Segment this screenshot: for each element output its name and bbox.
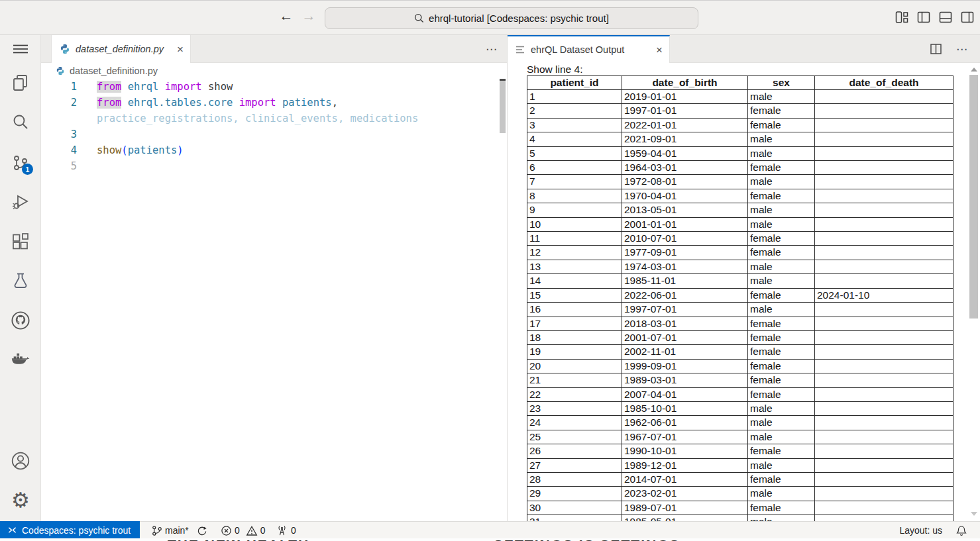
- code-line[interactable]: 4show(patients): [41, 142, 498, 158]
- table-cell: female: [748, 288, 815, 302]
- webview-scrollbar[interactable]: [969, 63, 979, 521]
- table-cell: 1970-04-01: [622, 189, 748, 203]
- split-editor-icon: [930, 44, 942, 54]
- table-cell: 1985-10-01: [622, 401, 748, 415]
- table-cell: 23: [527, 401, 622, 415]
- table-cell: male: [748, 146, 815, 160]
- column-header: sex: [748, 76, 815, 90]
- table-cell: [815, 430, 953, 444]
- toggle-primary-sidebar-icon[interactable]: [917, 11, 930, 23]
- table-row: 292023-02-01male: [527, 487, 953, 501]
- code-line[interactable]: 5: [41, 158, 498, 174]
- remote-indicator[interactable]: Codespaces: psychic trout: [0, 521, 140, 539]
- table-cell: [815, 444, 953, 458]
- scm-badge: 1: [22, 164, 33, 175]
- toggle-secondary-sidebar-icon[interactable]: [961, 11, 974, 23]
- table-cell: 2014-07-01: [622, 472, 748, 486]
- tab-ehrql-dataset-output[interactable]: ehrQL Dataset Output ×: [508, 35, 670, 63]
- tab-close-icon[interactable]: ×: [656, 44, 663, 56]
- scroll-down-arrow-icon[interactable]: [971, 512, 977, 516]
- customize-layout-icon[interactable]: [895, 11, 908, 23]
- menu-hamburger-icon[interactable]: [11, 39, 30, 59]
- table-cell: female: [748, 387, 815, 401]
- code-line[interactable]: practice_registrations, clinical_events,…: [41, 111, 498, 126]
- table-cell: 1989-07-01: [622, 501, 748, 515]
- table-cell: 1985-05-01: [622, 515, 748, 521]
- table-row: 201999-09-01female: [527, 359, 953, 373]
- code-line[interactable]: 2from ehrql.tables.core import patients,: [41, 95, 498, 111]
- table-row: 121977-09-01female: [527, 246, 953, 260]
- table-row: 172018-03-01female: [527, 317, 953, 330]
- table-row: 152022-06-01female2024-01-10: [527, 288, 953, 302]
- table-cell: 20: [527, 359, 622, 373]
- back-arrow-icon[interactable]: ←: [278, 8, 295, 24]
- problems-status-item[interactable]: 0 0: [221, 522, 266, 539]
- table-cell: [815, 161, 953, 175]
- table-cell: 1985-11-01: [622, 274, 748, 288]
- table-cell: [815, 401, 953, 415]
- table-row: 211989-03-01female: [527, 373, 953, 387]
- forward-arrow-icon[interactable]: →: [300, 8, 317, 24]
- command-center-search[interactable]: ehrql-tutorial [Codespaces: psychic trou…: [325, 7, 698, 29]
- ports-status-item[interactable]: 0: [276, 522, 296, 539]
- table-row: 71972-08-01male: [527, 175, 953, 189]
- table-cell: 14: [527, 274, 622, 288]
- tab-dataset-definition[interactable]: dataset_definition.py ×: [51, 35, 191, 63]
- webview-scrollbar-thumb[interactable]: [969, 75, 978, 319]
- account-icon[interactable]: [11, 451, 30, 471]
- code-line[interactable]: 3: [41, 126, 498, 142]
- docker-icon[interactable]: [11, 350, 30, 370]
- table-cell: 3: [527, 118, 622, 132]
- table-cell: male: [748, 203, 815, 217]
- keyboard-layout-item[interactable]: Layout: us: [899, 522, 942, 539]
- search-sidebar-icon[interactable]: [11, 112, 30, 132]
- table-cell: 15: [527, 288, 622, 302]
- table-cell: 1997-01-01: [622, 104, 748, 118]
- table-row: 251967-07-01male: [527, 430, 953, 444]
- table-cell: [815, 90, 953, 104]
- run-debug-icon[interactable]: [11, 192, 30, 212]
- tab-label: dataset_definition.py: [76, 44, 164, 54]
- table-cell: [815, 303, 953, 317]
- toggle-panel-icon[interactable]: [939, 11, 952, 23]
- table-row: 61964-03-01female: [527, 161, 953, 175]
- sync-status-item[interactable]: [196, 522, 207, 539]
- table-cell: 7: [527, 175, 622, 189]
- split-editor-action[interactable]: [930, 35, 942, 63]
- github-icon[interactable]: [11, 311, 30, 330]
- line-number: 1: [41, 79, 77, 95]
- editor-scrollbar-thumb[interactable]: [500, 79, 506, 133]
- more-actions-icon[interactable]: ⋯: [486, 44, 498, 55]
- explorer-icon[interactable]: [11, 73, 30, 93]
- table-row: 182001-07-01female: [527, 330, 953, 344]
- testing-flask-icon[interactable]: [11, 271, 30, 291]
- table-cell: female: [748, 232, 815, 246]
- table-cell: male: [748, 401, 815, 415]
- settings-gear-icon[interactable]: ⚙: [11, 491, 30, 511]
- extensions-icon[interactable]: [11, 232, 30, 252]
- table-cell: 18: [527, 330, 622, 344]
- code-editor[interactable]: 1from ehrql import show2from ehrql.table…: [41, 79, 498, 174]
- table-cell: 22: [527, 387, 622, 401]
- table-cell: 1990-10-01: [622, 444, 748, 458]
- errors-icon: [221, 525, 232, 536]
- table-cell: female: [748, 444, 815, 458]
- table-cell: 1974-03-01: [622, 260, 748, 273]
- code-line[interactable]: 1from ehrql import show: [41, 79, 498, 95]
- table-row: 271989-12-01male: [527, 458, 953, 472]
- line-number: 3: [41, 126, 77, 142]
- dataset-table: patient_iddate_of_birthsexdate_of_death …: [527, 75, 953, 521]
- notifications-bell[interactable]: [956, 522, 967, 539]
- table-cell: 1: [527, 90, 622, 104]
- table-row: 32022-01-01female: [527, 118, 953, 132]
- table-cell: 27: [527, 458, 622, 472]
- table-cell: 1977-09-01: [622, 246, 748, 260]
- more-actions-icon[interactable]: ⋯: [956, 44, 968, 55]
- branch-status-item[interactable]: main*: [151, 522, 189, 539]
- breadcrumb[interactable]: dataset_definition.py: [41, 63, 507, 79]
- table-cell: female: [748, 345, 815, 359]
- table-cell: [815, 501, 953, 515]
- table-cell: [815, 387, 953, 401]
- scroll-up-arrow-icon[interactable]: [971, 68, 977, 72]
- tab-close-icon[interactable]: ×: [177, 44, 184, 55]
